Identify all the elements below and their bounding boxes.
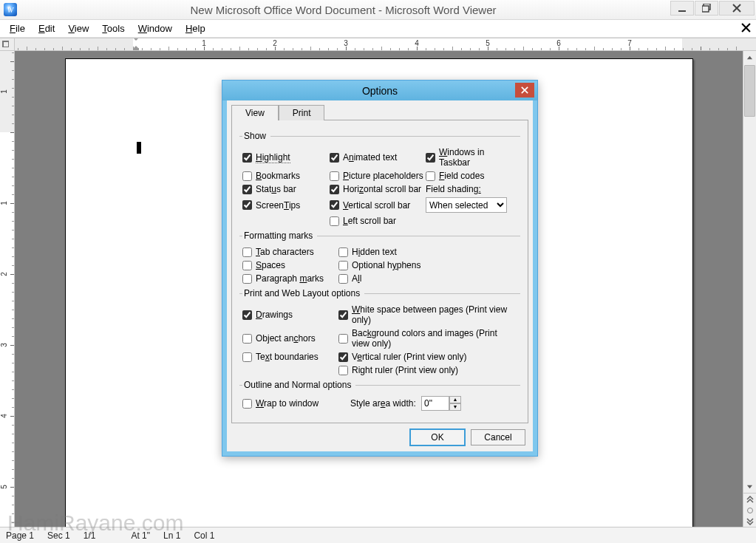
scroll-up-button[interactable]	[743, 51, 756, 64]
text-cursor	[137, 142, 141, 154]
restore-button[interactable]	[695, 1, 718, 16]
tab-selector-icon[interactable]	[2, 41, 9, 47]
checkbox-highlight[interactable]: Highlight	[242, 152, 330, 163]
window-title: New Microsoft Office Word Document - Mic…	[17, 4, 670, 16]
menu-edit[interactable]: Edit	[32, 21, 61, 36]
field-shading-select[interactable]: When selected	[426, 197, 507, 213]
menu-window[interactable]: Window	[132, 21, 179, 36]
status-pages: 1/1	[84, 530, 96, 541]
ruler-number: 1	[202, 39, 206, 47]
spin-down-button[interactable]: ▼	[449, 403, 461, 411]
ruler-number: 5	[486, 39, 490, 47]
minimize-button[interactable]	[670, 1, 694, 16]
checkbox-windows-taskbar[interactable]: Windows in Taskbar	[426, 147, 517, 168]
vertical-ruler[interactable]: 1 123456	[0, 51, 15, 527]
group-show: Show Highlight Animated text Windows in …	[239, 131, 520, 226]
statusbar: Page 1 Sec 1 1/1 At 1" Ln 1 Col 1	[0, 527, 756, 543]
circle-icon	[747, 508, 753, 513]
checkbox-text-boundaries[interactable]: Text boundaries	[242, 352, 338, 362]
ruler-number: 5	[0, 485, 8, 489]
dialog-titlebar[interactable]: Options	[222, 81, 537, 100]
checkbox-drawings[interactable]: Drawings	[242, 304, 338, 325]
status-column: Col 1	[194, 530, 214, 541]
spin-up-button[interactable]: ▲	[449, 396, 461, 403]
ok-button[interactable]: OK	[410, 429, 465, 445]
group-formatting-legend: Formatting marks	[242, 230, 317, 241]
window-controls	[670, 0, 756, 19]
checkbox-all[interactable]: All	[338, 273, 517, 284]
chevron-up-icon	[746, 55, 753, 61]
group-formatting-marks: Formatting marks Tab characters Hidden t…	[239, 230, 520, 284]
status-at: At 1"	[131, 530, 150, 541]
style-area-width-spinner[interactable]: ▲ ▼	[421, 396, 517, 411]
checkbox-animated-text[interactable]: Animated text	[330, 152, 426, 163]
checkbox-object-anchors[interactable]: Object anchors	[242, 328, 338, 349]
ruler-number: 4	[415, 39, 419, 47]
options-dialog: Options View Print Show Highlight Animat…	[222, 80, 538, 457]
indent-marker[interactable]	[133, 38, 139, 50]
dialog-close-button[interactable]	[515, 83, 534, 98]
ruler-number: 7	[627, 39, 632, 47]
chevron-down-icon	[746, 483, 753, 490]
ruler-number: 2	[273, 39, 277, 47]
checkbox-right-ruler[interactable]: Right ruler (Print view only)	[338, 365, 517, 375]
previous-page-button[interactable]	[743, 494, 756, 505]
close-document-button[interactable]	[738, 22, 753, 35]
checkbox-paragraph-marks[interactable]: Paragraph marks	[242, 273, 338, 284]
scroll-thumb[interactable]	[744, 65, 755, 117]
checkbox-wrap-to-window[interactable]: Wrap to window	[242, 398, 346, 409]
status-line: Ln 1	[163, 530, 180, 541]
ruler-number: 6	[556, 39, 561, 47]
close-icon	[741, 23, 751, 33]
checkbox-status-bar[interactable]: Status bar	[242, 184, 330, 194]
checkbox-white-space[interactable]: White space between pages (Print view on…	[338, 304, 517, 325]
status-page: Page 1	[6, 530, 34, 541]
group-print-web-legend: Print and Web Layout options	[242, 288, 364, 298]
group-print-web-layout: Print and Web Layout options Drawings Wh…	[239, 288, 520, 375]
ruler-number: 1	[0, 201, 8, 205]
svg-rect-2	[702, 6, 709, 12]
app-icon: W	[4, 3, 17, 16]
checkbox-vertical-ruler[interactable]: Vertical ruler (Print view only)	[338, 352, 517, 362]
double-chevron-up-icon	[746, 496, 754, 503]
tabstrip: View Print	[231, 104, 528, 120]
tab-print[interactable]: Print	[279, 105, 325, 120]
checkbox-screentips[interactable]: ScreenTips	[242, 200, 330, 211]
group-show-legend: Show	[242, 131, 270, 141]
ruler-number: 1	[0, 89, 8, 94]
menubar: File Edit View Tools Window Help	[0, 20, 756, 38]
checkbox-background-colors[interactable]: Background colors and images (Print view…	[338, 328, 517, 349]
scroll-down-button[interactable]	[743, 479, 756, 493]
menu-file[interactable]: File	[3, 21, 32, 36]
tab-view[interactable]: View	[231, 105, 279, 120]
checkbox-optional-hyphens[interactable]: Optional hyphens	[338, 260, 517, 270]
double-chevron-down-icon	[746, 518, 754, 525]
checkbox-vertical-scrollbar[interactable]: Vertical scroll bar	[330, 200, 426, 211]
checkbox-tab-characters[interactable]: Tab characters	[242, 247, 338, 257]
checkbox-left-scrollbar[interactable]: Left scroll bar	[330, 216, 426, 226]
checkbox-hidden-text[interactable]: Hidden text	[338, 247, 517, 257]
close-button[interactable]	[719, 1, 755, 16]
checkbox-field-codes[interactable]: Field codes	[426, 171, 517, 181]
next-page-button[interactable]	[743, 516, 756, 527]
checkbox-spaces[interactable]: Spaces	[242, 260, 338, 270]
menu-tools[interactable]: Tools	[95, 21, 131, 36]
minimize-icon	[678, 4, 687, 13]
horizontal-ruler[interactable]: 1234567	[0, 38, 756, 51]
cancel-button[interactable]: Cancel	[471, 429, 525, 445]
field-shading-label: Field shading:	[426, 184, 517, 194]
vertical-scrollbar[interactable]	[743, 51, 756, 527]
svg-rect-0	[678, 10, 686, 12]
menu-help[interactable]: Help	[179, 21, 212, 36]
style-area-width-input[interactable]	[421, 396, 449, 411]
checkbox-horizontal-scrollbar[interactable]: Horizontal scroll bar	[330, 184, 426, 194]
menu-view[interactable]: View	[61, 21, 95, 36]
group-outline-normal: Outline and Normal options Wrap to windo…	[239, 380, 520, 411]
close-icon	[732, 4, 741, 13]
ruler-number: 4	[0, 414, 8, 418]
restore-icon	[702, 4, 711, 13]
ruler-number: 3	[344, 39, 348, 47]
browse-object-button[interactable]	[743, 505, 756, 516]
checkbox-picture-placeholders[interactable]: Picture placeholders	[330, 171, 426, 181]
checkbox-bookmarks[interactable]: Bookmarks	[242, 171, 330, 181]
